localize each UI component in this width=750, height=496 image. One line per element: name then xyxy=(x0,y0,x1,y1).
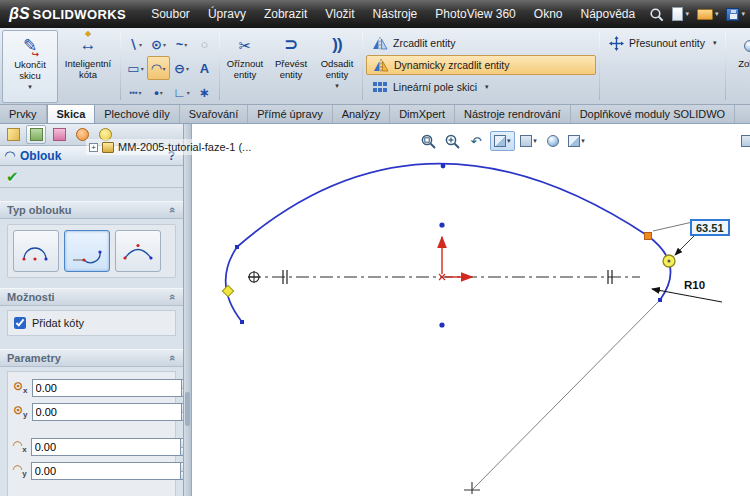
tool-pattern-button[interactable]: ∗ xyxy=(193,80,216,104)
main-arc-entity[interactable] xyxy=(237,164,648,247)
center-y-input[interactable] xyxy=(33,404,181,420)
tool-centerline-button[interactable]: ┅▾ xyxy=(124,80,147,104)
tool-line-button[interactable]: ∖▾ xyxy=(124,32,147,56)
tool-fillet-button[interactable]: ∟▾ xyxy=(170,80,193,104)
horizontal-centerline[interactable] xyxy=(248,270,640,284)
display-style-button[interactable]: ▾ xyxy=(519,131,539,151)
arc-type-centerpoint-button[interactable] xyxy=(13,230,59,272)
section-header-arc-type[interactable]: Typ oblouku « xyxy=(0,201,183,219)
add-dimensions-checkbox[interactable] xyxy=(14,317,26,329)
tab-plechove-dily[interactable]: Plechové díly xyxy=(95,105,179,123)
menu-okno[interactable]: Okno xyxy=(525,3,572,25)
smart-dimension-button[interactable]: ↔ ◆ Inteligentní kóta xyxy=(58,30,118,103)
search-button[interactable] xyxy=(649,7,664,22)
endpoint-marker[interactable] xyxy=(235,245,239,249)
start-x-input[interactable] xyxy=(32,439,180,455)
arc-apex-point[interactable] xyxy=(441,164,446,169)
linear-pattern-icon xyxy=(372,81,388,93)
dropdown-arrow-icon: ▾ xyxy=(28,83,32,91)
vertical-point-upper[interactable] xyxy=(439,222,444,227)
menu-photoview[interactable]: PhotoView 360 xyxy=(426,3,525,25)
graphics-area[interactable]: ↶ ▾ ▾ ▾ xyxy=(192,124,750,496)
dynamic-mirror-button[interactable]: Dynamicky zrcadlit entity xyxy=(366,55,596,75)
new-document-button[interactable]: ▾ xyxy=(672,7,689,21)
configurationmanager-tab[interactable] xyxy=(49,125,69,144)
convert-label-1: Převést xyxy=(275,58,307,69)
tool-text-button[interactable]: A xyxy=(193,56,216,80)
tree-expand-icon[interactable]: + xyxy=(89,143,98,152)
diagonal-line-entity[interactable] xyxy=(464,300,660,494)
radius-label[interactable]: R10 xyxy=(684,279,705,291)
coincident-symbol[interactable] xyxy=(248,271,260,283)
splitter-grip[interactable] xyxy=(185,392,190,426)
section-header-options[interactable]: Možnosti « xyxy=(0,288,183,306)
menu-upravy[interactable]: Úpravy xyxy=(199,3,255,25)
propertymanager-tab[interactable] xyxy=(26,125,46,144)
arc-type-3point-button[interactable] xyxy=(115,230,161,272)
dimension-value-box[interactable]: 63.51 xyxy=(690,219,730,236)
hide-items-button[interactable] xyxy=(737,131,750,151)
menubar-quick-icons: ▾ ▾ ▾ xyxy=(649,7,750,22)
vertical-point-lower[interactable] xyxy=(439,322,444,327)
save-icon xyxy=(726,8,739,21)
tab-analyzy[interactable]: Analýzy xyxy=(333,105,391,123)
convert-label-2: entity xyxy=(280,69,303,80)
exit-sketch-button[interactable]: ✎ ↪ Ukončit skicu ▾ xyxy=(2,30,58,103)
tab-doplnkove-moduly[interactable]: Doplňkové moduly SOLIDWO xyxy=(571,105,736,123)
move-entities-button[interactable]: Přesunout entity ▾ xyxy=(603,33,722,53)
tab-prvky[interactable]: Prvky xyxy=(0,105,47,123)
tab-dimxpert[interactable]: DimXpert xyxy=(390,105,455,123)
view-orientation-button[interactable]: ▾ xyxy=(490,131,515,151)
tab-svarovani[interactable]: Svařování xyxy=(180,105,249,123)
offset-entities-button[interactable]: )) Odsadit entity ▾ xyxy=(314,30,360,103)
tab-skica[interactable]: Skica xyxy=(47,105,96,123)
previous-view-button[interactable]: ↶ xyxy=(466,131,486,151)
convert-entities-button[interactable]: ⊃ Převést entity xyxy=(268,30,314,103)
feature-tree-flyout[interactable]: + MM-2005-tutorial-faze-1 (... xyxy=(86,139,254,155)
section-header-parameters[interactable]: Parametry « xyxy=(0,349,183,367)
panel-splitter[interactable] xyxy=(184,124,192,496)
menu-nastroje[interactable]: Nástroje xyxy=(364,3,427,25)
dropdown-arrow-icon: ▾ xyxy=(163,41,166,48)
menu-vlozit[interactable]: Vložit xyxy=(316,3,363,25)
selected-point-marker[interactable] xyxy=(222,285,233,296)
collapse-chevron-icon: « xyxy=(167,207,179,213)
scene-button[interactable]: ▾ xyxy=(567,131,587,151)
center-x-input[interactable] xyxy=(33,380,181,396)
tool-rectangle-button[interactable]: ▭▾ xyxy=(124,56,147,80)
left-cap-arc-entity[interactable] xyxy=(226,247,242,322)
tool-point-button[interactable]: •▾ xyxy=(147,80,170,104)
open-document-button[interactable]: ▾ xyxy=(697,9,719,20)
appearances-button[interactable] xyxy=(543,131,563,151)
dropdown-arrow-icon: ▾ xyxy=(507,137,511,145)
zoom-fit-button[interactable] xyxy=(418,131,438,151)
menu-soubor[interactable]: Soubor xyxy=(142,3,199,25)
tab-prime-upravy[interactable]: Přímé úpravy xyxy=(248,105,332,123)
save-button[interactable]: ▾ xyxy=(726,8,745,21)
tool-arc-button[interactable]: ◠▾ xyxy=(147,56,170,80)
sketch-points[interactable] xyxy=(222,164,675,328)
tool-circle-button[interactable]: ⊙▾ xyxy=(147,32,170,56)
tool-slot-button[interactable]: ⊖▾ xyxy=(170,56,193,80)
arc-type-tangent-button[interactable] xyxy=(64,230,110,272)
endpoint-marker[interactable] xyxy=(658,298,662,302)
arc-type-box xyxy=(7,224,176,278)
menu-napoveda[interactable]: Nápověda xyxy=(571,3,644,25)
mirror-entities-button[interactable]: Zrcadlit entity xyxy=(366,33,596,53)
zoom-area-button[interactable] xyxy=(442,131,462,151)
arc-junction-point[interactable] xyxy=(645,233,652,240)
linear-sketch-pattern-button[interactable]: Lineární pole skici ▾ xyxy=(366,77,596,97)
menu-zobrazit[interactable]: Zobrazit xyxy=(255,3,316,25)
display-overflow-button[interactable]: Zob... xyxy=(728,30,750,103)
ok-checkmark-button[interactable]: ✔ xyxy=(6,168,19,186)
tree-root-label[interactable]: MM-2005-tutorial-faze-1 (... xyxy=(118,141,251,153)
endpoint-marker[interactable] xyxy=(240,320,244,324)
tool-ellipse-button[interactable]: ○ xyxy=(193,32,216,56)
trim-entities-button[interactable]: ✂ Oříznout entity xyxy=(222,30,268,103)
tab-nastroje-rendrovani[interactable]: Nástroje rendrování xyxy=(455,105,571,123)
featuremanager-tab[interactable] xyxy=(3,125,23,144)
tool-spline-button[interactable]: ~▾ xyxy=(170,32,193,56)
sketch-origin[interactable] xyxy=(439,237,472,280)
dropdown-arrow-icon: ▾ xyxy=(160,89,163,96)
start-y-input[interactable] xyxy=(32,463,180,479)
